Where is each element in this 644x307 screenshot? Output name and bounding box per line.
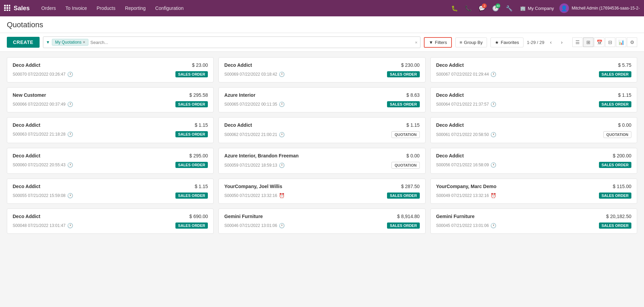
svg-rect-6 bbox=[4, 10, 6, 11]
kanban-card[interactable]: Deco Addict $ 1.15 S00063 07/21/2022 21:… bbox=[7, 117, 214, 143]
clock-icon: 🕐 bbox=[279, 132, 285, 137]
card-status-badge: Sales Order bbox=[175, 71, 208, 77]
kanban-card[interactable]: Gemini Furniture $ 8,914.80 S00046 07/21… bbox=[218, 209, 425, 234]
kanban-card[interactable]: Deco Addict $ 1.15 S00062 07/21/2022 21:… bbox=[218, 117, 425, 143]
card-amount: $ 1.15 bbox=[406, 122, 420, 128]
svg-rect-2 bbox=[9, 5, 10, 6]
card-top: Deco Addict $ 690.00 bbox=[13, 214, 208, 219]
create-button[interactable]: CREATE bbox=[7, 37, 40, 48]
kanban-card[interactable]: Deco Addict $ 295.00 S00060 07/21/2022 2… bbox=[7, 148, 214, 174]
clock-activities-icon[interactable]: 🕐 40 bbox=[490, 3, 501, 14]
menu-products[interactable]: Products bbox=[92, 0, 120, 16]
bug-icon[interactable]: 🐛 bbox=[449, 3, 460, 14]
card-bottom: S00065 07/22/2022 00:11:35 🕐 Sales Order bbox=[224, 101, 419, 107]
kanban-card[interactable]: Deco Addict $ 200.00 S00056 07/21/2022 1… bbox=[430, 148, 637, 174]
kanban-card[interactable]: YourCompany, Joel Willis $ 287.50 S00050… bbox=[218, 179, 425, 204]
search-close-icon[interactable]: × bbox=[415, 40, 418, 45]
menu-configuration[interactable]: Configuration bbox=[151, 0, 188, 16]
card-top: Deco Addict $ 200.00 bbox=[436, 153, 631, 158]
kanban-card[interactable]: YourCompany, Marc Demo $ 115.00 S00049 0… bbox=[430, 179, 637, 204]
card-ref: S00045 07/21/2022 13:01:06 🕐 bbox=[436, 223, 497, 228]
kanban-card[interactable]: Deco Addict $ 1.15 S00055 07/21/2022 15:… bbox=[7, 179, 214, 204]
card-top: Deco Addict $ 1.15 bbox=[436, 92, 631, 98]
clock-icon: 🕐 bbox=[490, 102, 496, 107]
group-by-button[interactable]: ≡ Group By bbox=[455, 37, 487, 47]
card-top: Gemini Furniture $ 8,914.80 bbox=[224, 214, 419, 219]
wrench-icon[interactable]: 🔧 bbox=[504, 3, 515, 14]
kanban-card[interactable]: Deco Addict $ 1.15 S00064 07/21/2022 21:… bbox=[430, 87, 637, 112]
card-ref: S00066 07/22/2022 00:37:49 🕐 bbox=[13, 102, 73, 107]
card-status-badge: Quotation bbox=[391, 162, 419, 169]
card-bottom: S00055 07/21/2022 15:59:08 🕐 Sales Order bbox=[13, 193, 208, 199]
menu-to-invoice[interactable]: To Invoice bbox=[61, 0, 92, 16]
user-name[interactable]: Mitchell Admin (17694536-saas-15-2-all bbox=[572, 6, 640, 11]
card-amount: $ 8,914.80 bbox=[397, 214, 419, 219]
kanban-card[interactable]: Azure Interior, Brandon Freeman $ 0.00 S… bbox=[218, 148, 425, 174]
card-ref: S00060 07/21/2022 20:55:43 🕐 bbox=[13, 162, 73, 168]
graph-view-button[interactable]: 📊 bbox=[616, 37, 626, 47]
kanban-card[interactable]: Deco Addict $ 690.00 S00048 07/21/2022 1… bbox=[7, 209, 214, 234]
menu-reporting[interactable]: Reporting bbox=[120, 0, 151, 16]
kanban-card[interactable]: Gemini Furniture $ 20,182.50 S00045 07/2… bbox=[430, 209, 637, 234]
kanban-card[interactable]: Deco Addict $ 23.00 S00070 07/22/2022 03… bbox=[7, 57, 214, 82]
brand-name[interactable]: Sales bbox=[14, 5, 30, 12]
filters-button[interactable]: ▼ Filters bbox=[424, 37, 452, 48]
menu-orders[interactable]: Orders bbox=[37, 0, 61, 16]
filter-tag-close[interactable]: × bbox=[83, 40, 85, 45]
card-status-badge: Sales Order bbox=[387, 71, 419, 77]
card-ref: S00065 07/22/2022 00:11:35 🕐 bbox=[224, 102, 285, 107]
clock-overdue-icon: ⏰ bbox=[490, 193, 496, 198]
clock-icon: 🕐 bbox=[490, 223, 496, 228]
prev-page-button[interactable]: ‹ bbox=[546, 38, 555, 47]
card-ref: S00059 07/21/2022 18:59:13 🕐 bbox=[224, 163, 285, 168]
clock-icon: 🕐 bbox=[67, 132, 73, 137]
card-bottom: S00056 07/21/2022 16:58:09 🕐 Sales Order bbox=[436, 162, 631, 168]
filter-tag-my-quotations: My Quotations × bbox=[52, 39, 88, 46]
card-bottom: S00060 07/21/2022 20:55:43 🕐 Sales Order bbox=[13, 162, 208, 168]
favorites-button[interactable]: ★ Favorites bbox=[490, 37, 523, 47]
card-customer: Deco Addict bbox=[13, 184, 40, 189]
settings-view-button[interactable]: ⚙ bbox=[627, 37, 637, 47]
apps-icon[interactable] bbox=[4, 5, 10, 12]
card-top: Deco Addict $ 5.75 bbox=[436, 62, 631, 68]
kanban-card[interactable]: New Customer $ 295.58 S00066 07/22/2022 … bbox=[7, 87, 214, 112]
card-amount: $ 20,182.50 bbox=[606, 214, 631, 219]
nav-icons-group: 🐛 📞 💬 2 🕐 40 🔧 🏢 My Company 👤 Mitchell A… bbox=[449, 3, 640, 14]
company-selector[interactable]: 🏢 My Company bbox=[520, 6, 554, 11]
pivot-view-button[interactable]: ⊟ bbox=[605, 37, 615, 47]
card-status-badge: Sales Order bbox=[175, 101, 208, 107]
card-customer: New Customer bbox=[13, 92, 46, 98]
card-bottom: S00062 07/21/2022 21:00:21 🕐 Quotation bbox=[224, 131, 419, 138]
card-customer: Azure Interior bbox=[224, 92, 255, 98]
card-ref: S00061 07/21/2022 20:58:50 🕐 bbox=[436, 132, 497, 137]
card-amount: $ 1.15 bbox=[618, 92, 631, 98]
svg-rect-0 bbox=[4, 5, 6, 6]
card-amount: $ 200.00 bbox=[613, 153, 631, 158]
clock-overdue-icon: ⏰ bbox=[279, 193, 285, 198]
kanban-card[interactable]: Deco Addict $ 0.00 S00061 07/21/2022 20:… bbox=[430, 117, 637, 143]
card-top: YourCompany, Marc Demo $ 115.00 bbox=[436, 184, 631, 189]
card-ref: S00049 07/21/2022 13:32:16 ⏰ bbox=[436, 193, 497, 198]
kanban-card[interactable]: Deco Addict $ 5.75 S00067 07/22/2022 01:… bbox=[430, 57, 637, 82]
kanban-card[interactable]: Azure Interior $ 8.63 S00065 07/22/2022 … bbox=[218, 87, 425, 112]
chat-icon[interactable]: 💬 2 bbox=[476, 3, 487, 14]
card-amount: $ 1.15 bbox=[195, 184, 208, 189]
card-top: YourCompany, Joel Willis $ 287.50 bbox=[224, 184, 419, 189]
list-view-button[interactable]: ☰ bbox=[572, 37, 583, 47]
next-page-button[interactable]: › bbox=[557, 38, 566, 47]
filter-tag-label: My Quotations bbox=[55, 40, 81, 45]
kanban-card[interactable]: Deco Addict $ 230.00 S00069 07/22/2022 0… bbox=[218, 57, 425, 82]
svg-rect-8 bbox=[9, 10, 10, 11]
card-amount: $ 287.50 bbox=[401, 184, 420, 189]
search-input[interactable] bbox=[90, 40, 413, 45]
phone-icon[interactable]: 📞 bbox=[463, 3, 474, 14]
card-status-badge: Quotation bbox=[603, 131, 631, 138]
card-amount: $ 0.00 bbox=[406, 153, 420, 158]
main-menu: Orders To Invoice Products Reporting Con… bbox=[37, 0, 188, 16]
card-top: Deco Addict $ 295.00 bbox=[13, 153, 208, 158]
card-bottom: S00063 07/21/2022 21:18:28 🕐 Sales Order bbox=[13, 131, 208, 137]
card-customer: Gemini Furniture bbox=[224, 214, 263, 219]
calendar-view-button[interactable]: 📅 bbox=[594, 37, 604, 47]
avatar[interactable]: 👤 bbox=[559, 3, 569, 13]
kanban-view-button[interactable]: ⊞ bbox=[583, 37, 593, 47]
